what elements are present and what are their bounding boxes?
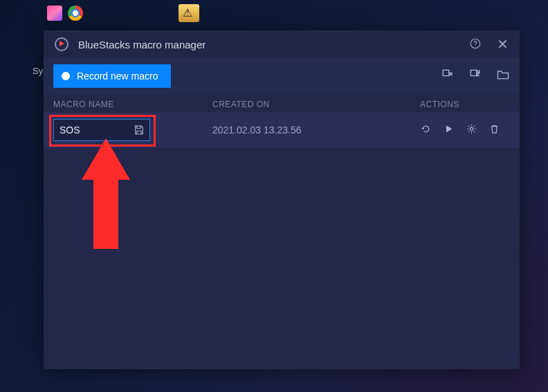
record-new-macro-button[interactable]: Record new macro bbox=[53, 64, 171, 88]
app-icon-pink[interactable] bbox=[47, 6, 62, 21]
col-header-created: CREATED ON bbox=[212, 100, 420, 109]
close-icon[interactable]: ✕ bbox=[497, 37, 509, 52]
window-title: BlueStacks macro manager bbox=[78, 39, 469, 50]
delete-icon[interactable] bbox=[488, 123, 500, 138]
svg-point-2 bbox=[470, 127, 473, 130]
title-actions: ✕ bbox=[469, 37, 509, 52]
open-folder-icon[interactable] bbox=[496, 68, 510, 84]
col-header-actions: ACTIONS bbox=[420, 100, 510, 109]
desktop-folder-icon[interactable] bbox=[179, 4, 199, 22]
macro-actions bbox=[420, 123, 510, 138]
toolbar-icons bbox=[441, 68, 510, 84]
macro-row: 2021.02.03 13.23.56 bbox=[44, 112, 520, 148]
col-header-name: MACRO NAME bbox=[53, 100, 212, 109]
save-name-icon[interactable] bbox=[133, 124, 145, 136]
svg-point-1 bbox=[475, 46, 475, 46]
macro-name-input[interactable] bbox=[60, 124, 133, 136]
app-logo-icon bbox=[55, 37, 68, 51]
play-icon[interactable] bbox=[443, 123, 455, 138]
desktop-label: Sy bbox=[33, 66, 43, 76]
macro-manager-window: BlueStacks macro manager ✕ Record new ma… bbox=[44, 30, 520, 369]
macro-name-input-wrap[interactable] bbox=[53, 119, 150, 141]
gear-icon[interactable] bbox=[466, 123, 477, 138]
import-icon[interactable] bbox=[441, 68, 455, 84]
record-dot-icon bbox=[62, 72, 70, 80]
help-icon[interactable] bbox=[469, 37, 482, 52]
macro-created-on: 2021.02.03 13.23.56 bbox=[212, 124, 420, 136]
desktop-icons bbox=[47, 6, 83, 21]
export-icon[interactable] bbox=[468, 68, 482, 84]
toolbar: Record new macro bbox=[44, 58, 520, 94]
titlebar: BlueStacks macro manager ✕ bbox=[44, 30, 520, 58]
column-headers: MACRO NAME CREATED ON ACTIONS bbox=[44, 94, 520, 112]
loop-icon[interactable] bbox=[420, 123, 432, 138]
record-button-label: Record new macro bbox=[77, 71, 158, 82]
chrome-icon[interactable] bbox=[68, 6, 83, 21]
macro-name-cell bbox=[53, 119, 212, 141]
